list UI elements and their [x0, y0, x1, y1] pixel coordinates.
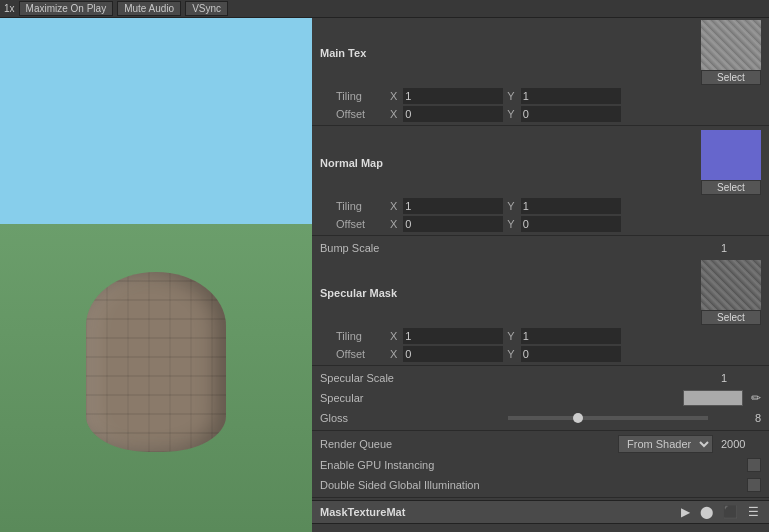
- specular-mask-header: Specular Mask: [320, 287, 397, 299]
- main-tex-thumb-wrapper: Select: [701, 20, 761, 85]
- mute-btn[interactable]: Mute Audio: [117, 1, 181, 16]
- mat-bar: MaskTextureMat ▶ ⬤ ⬛ ☰: [312, 500, 769, 524]
- specular-color-row: Specular ✏: [312, 388, 769, 408]
- x-label-main-offset: X: [390, 108, 397, 120]
- double-sided-row: Double Sided Global Illumination: [312, 475, 769, 495]
- x-label-normal-tiling: X: [390, 200, 397, 212]
- specular-edit-icon[interactable]: ✏: [751, 391, 761, 405]
- gloss-row: Gloss 8: [312, 408, 769, 428]
- x-label-specular-tiling: X: [390, 330, 397, 342]
- bump-scale-label: Bump Scale: [320, 242, 500, 254]
- y-label-specular-tiling: Y: [507, 330, 514, 342]
- specular-offset-y-input[interactable]: [521, 346, 621, 362]
- toolbar: 1x Maximize On Play Mute Audio VSync: [0, 0, 769, 18]
- render-queue-value: 2000: [721, 438, 761, 450]
- specular-offset-row: Offset X Y: [312, 345, 769, 363]
- y-label-normal-offset: Y: [507, 218, 514, 230]
- specular-mask-thumbnail: [701, 260, 761, 310]
- mat-name: MaskTextureMat: [320, 506, 673, 518]
- bump-scale-row: Bump Scale 1: [312, 238, 769, 258]
- specular-color-swatch[interactable]: [683, 390, 743, 406]
- normal-offset-y-input[interactable]: [521, 216, 621, 232]
- normal-tiling-y-input[interactable]: [521, 198, 621, 214]
- stone-texture: [86, 272, 226, 452]
- normal-offset-row: Offset X Y: [312, 215, 769, 233]
- specular-scale-value: 1: [721, 372, 761, 384]
- normal-map-header: Normal Map: [320, 157, 383, 169]
- mat-menu-btn[interactable]: ☰: [746, 505, 761, 519]
- specular-tiling-x-input[interactable]: [403, 328, 503, 344]
- normal-map-thumbnail: [701, 130, 761, 180]
- main-area: Main Tex Select Tiling X Y Offset X Y No…: [0, 18, 769, 532]
- specular-offset-x-input[interactable]: [403, 346, 503, 362]
- specular-tiling-row: Tiling X Y: [312, 327, 769, 345]
- specular-scale-label: Specular Scale: [320, 372, 500, 384]
- offset-label-normal: Offset: [336, 218, 386, 230]
- preview-section: CSDN @不wei谁而做的程序员: [312, 524, 769, 532]
- main-tex-tiling-row: Tiling X Y: [312, 87, 769, 105]
- normal-map-thumb-wrapper: Select: [701, 130, 761, 195]
- maximize-btn[interactable]: Maximize On Play: [19, 1, 114, 16]
- tiling-label-main: Tiling: [336, 90, 386, 102]
- main-tiling-x-input[interactable]: [403, 88, 503, 104]
- stone-pillar: [86, 272, 226, 452]
- main-offset-x-input[interactable]: [403, 106, 503, 122]
- specular-scale-row: Specular Scale 1: [312, 368, 769, 388]
- tiling-label-specular: Tiling: [336, 330, 386, 342]
- main-tex-thumbnail: [701, 20, 761, 70]
- normal-map-section: Normal Map Select: [312, 128, 769, 197]
- y-label-specular-offset: Y: [507, 348, 514, 360]
- gloss-label: Gloss: [320, 412, 500, 424]
- specular-label: Specular: [320, 392, 500, 404]
- toolbar-scale-label: 1x: [4, 3, 15, 14]
- main-tex-select-btn[interactable]: Select: [701, 70, 761, 85]
- y-label-normal-tiling: Y: [507, 200, 514, 212]
- sphere-preview-btn[interactable]: ⬤: [698, 505, 715, 519]
- x-label-specular-offset: X: [390, 348, 397, 360]
- gloss-slider-thumb: [573, 413, 583, 423]
- vsync-btn[interactable]: VSync: [185, 1, 228, 16]
- gloss-value: 8: [731, 412, 761, 424]
- gpu-instancing-row: Enable GPU Instancing: [312, 455, 769, 475]
- render-queue-label: Render Queue: [320, 438, 392, 450]
- double-sided-label: Double Sided Global Illumination: [320, 479, 540, 491]
- tiling-label-normal: Tiling: [336, 200, 386, 212]
- y-label-main-offset: Y: [507, 108, 514, 120]
- specular-mask-select-btn[interactable]: Select: [701, 310, 761, 325]
- gloss-slider-container: [508, 416, 723, 420]
- offset-label-specular: Offset: [336, 348, 386, 360]
- main-tex-section: Main Tex Select: [312, 18, 769, 87]
- render-queue-dropdown[interactable]: From Shader: [618, 435, 713, 453]
- specular-tiling-y-input[interactable]: [521, 328, 621, 344]
- main-tex-header: Main Tex: [320, 47, 366, 59]
- y-label-main-tiling: Y: [507, 90, 514, 102]
- normal-map-select-btn[interactable]: Select: [701, 180, 761, 195]
- normal-offset-x-input[interactable]: [403, 216, 503, 232]
- play-btn[interactable]: ▶: [679, 505, 692, 519]
- normal-tiling-row: Tiling X Y: [312, 197, 769, 215]
- main-offset-y-input[interactable]: [521, 106, 621, 122]
- double-sided-checkbox[interactable]: [747, 478, 761, 492]
- viewport-object: [86, 272, 226, 452]
- main-tex-offset-row: Offset X Y: [312, 105, 769, 123]
- render-queue-row: Render Queue From Shader 2000: [312, 433, 769, 455]
- bump-scale-value: 1: [721, 242, 761, 254]
- gpu-instancing-checkbox[interactable]: [747, 458, 761, 472]
- specular-mask-section: Specular Mask Select: [312, 258, 769, 327]
- main-tiling-y-input[interactable]: [521, 88, 621, 104]
- gloss-slider[interactable]: [508, 416, 708, 420]
- gpu-instancing-label: Enable GPU Instancing: [320, 459, 540, 471]
- x-label-normal-offset: X: [390, 218, 397, 230]
- specular-mask-thumb-wrapper: Select: [701, 260, 761, 325]
- inspector-panel: Main Tex Select Tiling X Y Offset X Y No…: [312, 18, 769, 532]
- x-label-main-tiling: X: [390, 90, 397, 102]
- cube-preview-btn[interactable]: ⬛: [721, 505, 740, 519]
- viewport: [0, 18, 312, 532]
- normal-tiling-x-input[interactable]: [403, 198, 503, 214]
- offset-label-main: Offset: [336, 108, 386, 120]
